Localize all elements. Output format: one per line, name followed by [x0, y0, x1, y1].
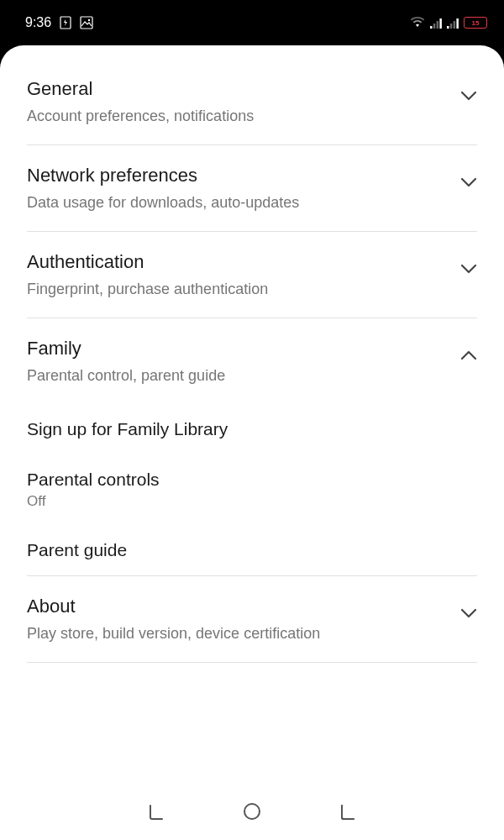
- section-title-about: About: [27, 595, 450, 619]
- svg-rect-4: [433, 24, 436, 29]
- battery-icon: 15: [464, 17, 487, 29]
- picture-icon: [80, 16, 93, 29]
- divider: [27, 662, 477, 663]
- section-title-general: General: [27, 77, 450, 102]
- sub-item-status: Off: [27, 493, 477, 510]
- wifi-icon: [410, 17, 425, 29]
- chevron-up-icon: [460, 349, 477, 364]
- section-subtitle-network: Data usage for downloads, auto-updates: [27, 193, 450, 213]
- svg-rect-1: [81, 17, 92, 29]
- svg-rect-9: [454, 21, 456, 29]
- section-family[interactable]: Family Parental control, parent guide: [0, 318, 504, 404]
- svg-rect-8: [450, 24, 453, 29]
- section-title-authentication: Authentication: [27, 250, 450, 275]
- nav-home-icon[interactable]: [242, 801, 262, 825]
- section-title-family: Family: [27, 337, 450, 361]
- section-about[interactable]: About Play store, build version, device …: [0, 576, 504, 662]
- settings-content: General Account preferences, notificatio…: [0, 45, 504, 786]
- navigation-bar: [0, 786, 504, 840]
- sub-item-title: Parental controls: [27, 470, 477, 490]
- sub-item-parent-guide[interactable]: Parent guide: [0, 525, 504, 575]
- section-authentication[interactable]: Authentication Fingerprint, purchase aut…: [0, 232, 504, 318]
- sub-item-title: Parent guide: [27, 540, 477, 560]
- section-text: Family Parental control, parent guide: [27, 337, 450, 386]
- status-time: 9:36: [25, 15, 51, 30]
- svg-rect-6: [439, 18, 442, 29]
- sub-item-title: Sign up for Family Library: [27, 419, 477, 439]
- charge-icon: [60, 16, 71, 29]
- svg-point-2: [88, 19, 90, 21]
- nav-recents-icon[interactable]: [146, 801, 166, 825]
- nav-back-icon[interactable]: [338, 801, 358, 825]
- section-subtitle-family: Parental control, parent guide: [27, 366, 450, 386]
- section-general[interactable]: General Account preferences, notificatio…: [0, 45, 504, 144]
- svg-rect-7: [447, 26, 449, 29]
- section-subtitle-about: Play store, build version, device certif…: [27, 624, 450, 643]
- section-subtitle-general: Account preferences, notifications: [27, 107, 450, 126]
- section-text: Authentication Fingerprint, purchase aut…: [27, 250, 450, 299]
- svg-point-11: [244, 804, 260, 819]
- battery-level: 15: [472, 19, 480, 27]
- section-text: About Play store, build version, device …: [27, 595, 450, 643]
- sub-item-signup-family-library[interactable]: Sign up for Family Library: [0, 404, 504, 454]
- chevron-down-icon: [460, 262, 477, 277]
- svg-rect-3: [430, 26, 433, 29]
- sub-item-parental-controls[interactable]: Parental controls Off: [0, 454, 504, 525]
- signal-icon-1: [430, 18, 442, 29]
- chevron-down-icon: [460, 89, 477, 104]
- section-subtitle-authentication: Fingerprint, purchase authentication: [27, 280, 450, 299]
- status-bar: 9:36: [0, 0, 504, 45]
- section-text: General Account preferences, notificatio…: [27, 77, 450, 126]
- chevron-down-icon: [460, 176, 477, 191]
- section-network[interactable]: Network preferences Data usage for downl…: [0, 145, 504, 231]
- status-bar-left: 9:36: [25, 15, 93, 30]
- svg-rect-5: [437, 21, 439, 29]
- svg-rect-10: [456, 18, 459, 29]
- section-text: Network preferences Data usage for downl…: [27, 164, 450, 213]
- section-title-network: Network preferences: [27, 164, 450, 188]
- status-bar-right: 15: [410, 17, 487, 29]
- signal-icon-2: [447, 18, 459, 29]
- chevron-down-icon: [460, 606, 477, 622]
